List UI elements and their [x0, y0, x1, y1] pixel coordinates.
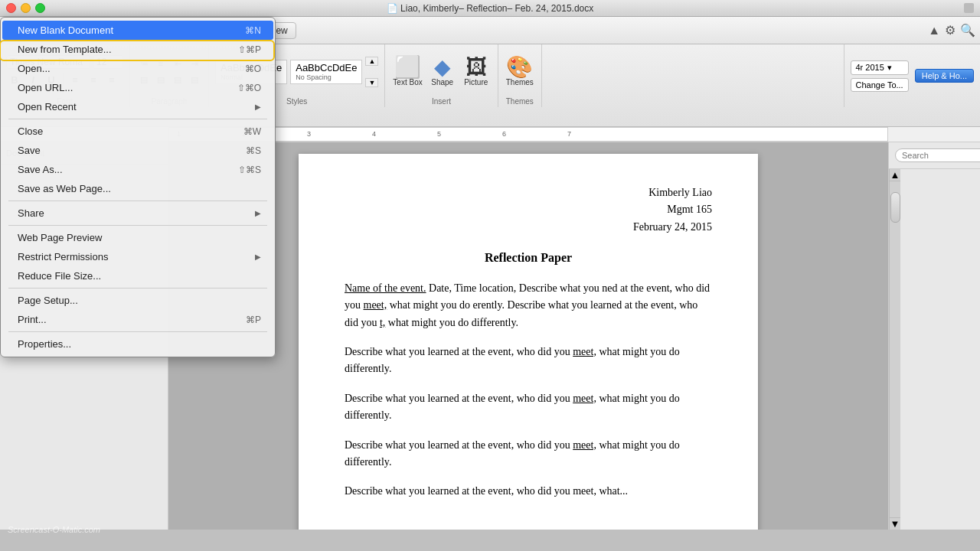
search-icon[interactable]: 🔍: [960, 23, 975, 37]
menu-item-page-setup[interactable]: Page Setup...: [2, 291, 273, 310]
menu-item-share[interactable]: Share ▶: [2, 204, 273, 223]
menu-label-open-url: Open URL...: [18, 82, 73, 93]
date-selector[interactable]: 4r 2015 ▾: [851, 60, 909, 75]
svg-text:5: 5: [437, 130, 441, 138]
document-area[interactable]: Kimberly Liao Mgmt 165 February 24, 2015…: [168, 142, 888, 530]
style-nospace-sample: AaBbCcDdEe: [296, 62, 357, 73]
menu-label-new-template: New from Template...: [18, 44, 112, 55]
themes-button[interactable]: 🎨 Themes: [505, 55, 535, 88]
window-title: 📄 Liao, Kimberly– Reflection– Feb. 24, 2…: [387, 3, 594, 14]
style-no-spacing[interactable]: AaBbCcDdEe No Spacing: [290, 60, 362, 84]
menu-label-open-recent: Open Recent: [18, 101, 77, 112]
date-help-area: 4r 2015 ▾ Change To...: [851, 60, 909, 92]
themes-label: Themes: [506, 78, 534, 86]
text-box-button[interactable]: ⬜ Text Box: [391, 55, 423, 88]
minimize-window-button[interactable]: [21, 3, 31, 13]
menu-item-open[interactable]: Open... ⌘O: [2, 59, 273, 78]
vertical-scrollbar[interactable]: ▲ ▼: [889, 169, 900, 530]
menu-item-properties[interactable]: Properties...: [2, 334, 273, 354]
meet-underline-2: t,: [380, 317, 385, 328]
help-button[interactable]: Help & Ho...: [915, 69, 974, 83]
title-bar: 📄 Liao, Kimberly– Reflection– Feb. 24, 2…: [0, 0, 980, 17]
meet-underline-3: meet,: [573, 346, 596, 357]
menu-item-restrict[interactable]: Restrict Permissions ▶: [2, 247, 273, 266]
menu-item-print[interactable]: Print... ⌘P: [2, 310, 273, 329]
menu-shortcut-open-url: ⇧⌘O: [237, 83, 261, 93]
svg-text:6: 6: [502, 130, 506, 138]
document-title: Reflection Paper: [345, 248, 712, 268]
text-box-label: Text Box: [393, 78, 422, 86]
right-sidebar: ▲ ▼: [888, 142, 980, 530]
close-window-button[interactable]: [6, 3, 16, 13]
text-box-icon: ⬜: [394, 57, 421, 78]
document-page: Kimberly Liao Mgmt 165 February 24, 2015…: [299, 154, 758, 530]
shape-icon: ◆: [434, 57, 451, 78]
paragraph-3: Describe what you learned at the event, …: [345, 390, 712, 425]
menu-item-new-template[interactable]: New from Template... ⇧⌘P: [2, 40, 273, 59]
style-down-btn[interactable]: ▼: [365, 78, 378, 87]
insert-controls: ⬜ Text Box ◆ Shape 🖼 Picture: [391, 47, 491, 96]
menu-item-close[interactable]: Close ⌘W: [2, 122, 273, 141]
ruler-svg: 1 2 3 4 5 6 7: [169, 127, 887, 141]
menu-label-properties: Properties...: [18, 338, 71, 350]
shape-button[interactable]: ◆ Shape: [427, 55, 458, 88]
ribbon-collapse-btn[interactable]: ▲: [928, 24, 940, 37]
picture-label: Picture: [464, 78, 488, 86]
menu-label-page-setup: Page Setup...: [18, 295, 78, 306]
menu-shortcut-save-as: ⇧⌘S: [238, 165, 261, 175]
window-controls[interactable]: [6, 3, 45, 13]
scroll-up-btn[interactable]: ▲: [890, 169, 900, 181]
scroll-down-btn[interactable]: ▼: [890, 517, 900, 530]
menu-label-open: Open...: [18, 63, 51, 74]
change-to-button[interactable]: Change To...: [851, 78, 909, 92]
window-btn-right: [964, 3, 974, 13]
menu-sep-5: [8, 331, 267, 332]
menu-item-save-as[interactable]: Save As... ⇧⌘S: [2, 160, 273, 179]
style-up-btn[interactable]: ▲: [365, 57, 378, 66]
menu-label-save: Save: [18, 145, 41, 156]
file-menu-dropdown: New Blank Document ⌘N New from Template.…: [0, 17, 276, 357]
search-area: [889, 142, 980, 169]
picture-button[interactable]: 🖼 Picture: [461, 55, 492, 88]
themes-icon: 🎨: [506, 57, 533, 78]
menu-item-open-recent[interactable]: Open Recent ▶: [2, 97, 273, 116]
menu-item-save[interactable]: Save ⌘S: [2, 141, 273, 160]
meet-underline-5: meet,: [573, 439, 596, 451]
watermark: Screencast-O-Matic.com: [8, 525, 100, 534]
maximize-window-button[interactable]: [35, 3, 45, 13]
menu-sep-4: [8, 288, 267, 289]
document-body: Name of the event. Date, Time location, …: [345, 280, 712, 500]
menu-item-web-preview[interactable]: Web Page Preview: [2, 228, 273, 247]
paragraph-2: Describe what you learned at the event, …: [345, 344, 712, 378]
themes-group-label: Themes: [506, 96, 534, 106]
menu-item-new-blank-wrapper: New Blank Document ⌘N: [1, 21, 275, 40]
ribbon-options-btn[interactable]: ⚙: [945, 23, 956, 37]
menu-sep-3: [8, 225, 267, 226]
ruler-marks: 1 2 3 4 5 6 7: [168, 127, 888, 142]
change-to-label: Change To...: [856, 80, 903, 90]
shape-label: Shape: [431, 78, 453, 86]
menu-shortcut-close: ⌘W: [243, 126, 261, 137]
search-input[interactable]: [895, 148, 980, 162]
menu-label-new-blank: New Blank Document: [18, 24, 113, 36]
header-line2: Mgmt 165: [345, 201, 712, 218]
menu-shortcut-save: ⌘S: [246, 145, 261, 156]
event-name-underline: Name of the event.: [345, 282, 426, 294]
menu-item-open-url[interactable]: Open URL... ⇧⌘O: [2, 78, 273, 97]
menu-item-new-blank[interactable]: New Blank Document ⌘N: [2, 21, 273, 40]
svg-text:7: 7: [567, 130, 571, 138]
menu-label-web-preview: Web Page Preview: [18, 232, 102, 243]
style-nospace-label: No Spacing: [296, 73, 357, 81]
menu-label-restrict: Restrict Permissions: [18, 251, 108, 262]
scroll-thumb[interactable]: [890, 192, 900, 223]
menu-arrow-share: ▶: [255, 209, 261, 217]
svg-text:3: 3: [307, 130, 311, 138]
menu-item-reduce[interactable]: Reduce File Size...: [2, 266, 273, 285]
picture-icon: 🖼: [466, 57, 487, 78]
styles-group-label: Styles: [286, 96, 307, 106]
menu-item-save-web[interactable]: Save as Web Page...: [2, 179, 273, 198]
menu-sep-1: [8, 119, 267, 119]
meet-underline-4: meet,: [573, 393, 596, 404]
menu-label-save-as: Save As...: [18, 164, 63, 175]
ribbon-themes-group: 🎨 Themes Themes: [498, 44, 542, 107]
